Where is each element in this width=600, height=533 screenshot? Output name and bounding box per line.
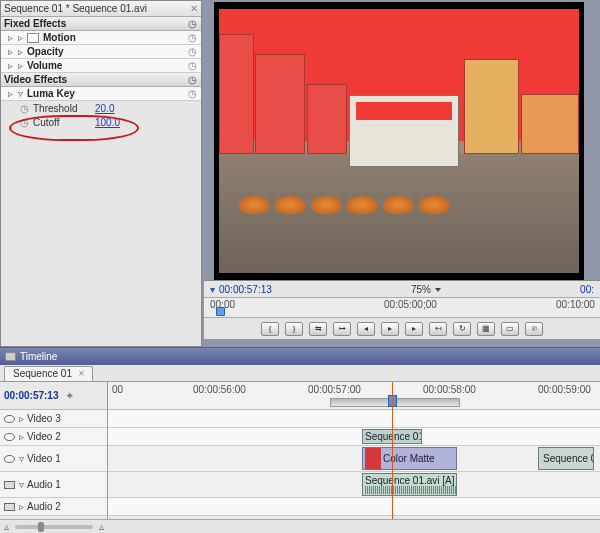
animate-icon[interactable]: ◷ (19, 117, 29, 128)
clip-video1-colormatte[interactable]: Color Matte (362, 447, 457, 470)
param-value[interactable]: 20.0 (95, 103, 114, 114)
track-header-audio1[interactable]: ▿ Audio 1 (0, 472, 107, 498)
toggle-effect-icon[interactable]: ▹ (15, 60, 25, 71)
panel-body: Fixed Effects ◷ ▹ ▹ Motion ◷ ▹ ▹ Opacity… (1, 17, 201, 346)
param-cutoff: ◷ Cutoff 100.0 (1, 115, 201, 129)
effect-controls-panel: Sequence 01 * Sequence 01.avi ✕ Fixed Ef… (0, 0, 202, 347)
timeline-panel: Timeline Sequence 01 × 00:00:57:13 ⌖ ▹ V… (0, 348, 600, 533)
zoom-slider[interactable] (15, 525, 93, 529)
playback-speed[interactable]: 75% (411, 284, 441, 295)
effect-volume[interactable]: ▹ ▹ Volume ◷ (1, 59, 201, 73)
timeline-zoom: ▵ ▵ (0, 520, 108, 533)
step-back-button[interactable]: ◂ (357, 322, 375, 336)
speaker-icon[interactable] (4, 503, 15, 511)
timeline-timecode[interactable]: 00:00:57:13 ⌖ (0, 382, 107, 410)
track-lane-video3[interactable] (108, 410, 600, 428)
output-button[interactable]: ▭ (501, 322, 519, 336)
ruler-tick: 00 (112, 384, 123, 395)
stopwatch-icon[interactable]: ◷ (188, 88, 197, 99)
track-header-audio2[interactable]: ▹ Audio 2 (0, 498, 107, 516)
zoom-out-icon[interactable]: ▵ (4, 521, 9, 532)
track-lane-audio1[interactable]: Sequence 01.avi [A] (108, 472, 600, 498)
timeline-tabs: Sequence 01 × (0, 365, 600, 382)
twirl-icon[interactable]: ▹ (5, 32, 15, 43)
toggle-effect-icon[interactable]: ▹ (15, 46, 25, 57)
track-name: Video 1 (27, 453, 61, 464)
animate-icon[interactable]: ◷ (19, 103, 29, 114)
play-button[interactable]: ▸ (381, 322, 399, 336)
track-lane-video2[interactable]: Sequence 01.avi [V] (108, 428, 600, 446)
current-timecode[interactable]: 00:00:57:13 (219, 284, 272, 295)
video-effects-header: Video Effects ◷ (1, 73, 201, 87)
track-name: Video 3 (27, 413, 61, 424)
safe-margins-button[interactable]: ▦ (477, 322, 495, 336)
effect-opacity[interactable]: ▹ ▹ Opacity ◷ (1, 45, 201, 59)
timeline-tc-value[interactable]: 00:00:57:13 (4, 390, 58, 401)
video-preview[interactable] (219, 9, 579, 273)
twirl-icon[interactable]: ▹ (5, 46, 15, 57)
monitor-time-ruler[interactable]: 00;00 00:05:00;00 00:10:00 (204, 297, 600, 317)
twirl-icon[interactable]: ▹ (19, 431, 24, 442)
clip-audio1-seq[interactable]: Sequence 01.avi [A] (362, 473, 457, 496)
clip-video1-seq[interactable]: Sequence 01.avi (538, 447, 594, 470)
export-frame-button[interactable]: ⎚ (525, 322, 543, 336)
marker-down-icon: ▾ (210, 284, 215, 295)
timeline-body: 00:00:57:13 ⌖ ▹ Video 3 ▹ Video 2 ▿ Vide… (0, 382, 600, 519)
track-lane-video1[interactable]: Color Matte Sequence 01.avi (108, 446, 600, 472)
tab-label: Sequence 01 (13, 368, 72, 379)
toggle-effect-icon[interactable]: ▹ (15, 32, 25, 43)
goto-in-button[interactable]: ↦ (333, 322, 351, 336)
snap-icon[interactable]: ⌖ (58, 390, 82, 402)
stopwatch-icon[interactable]: ◷ (188, 32, 197, 43)
twirl-open-icon[interactable]: ▿ (15, 88, 25, 99)
track-name: Audio 1 (27, 479, 61, 490)
track-name: Video 2 (27, 431, 61, 442)
speaker-icon[interactable] (4, 481, 15, 489)
track-header-video1[interactable]: ▿ Video 1 (0, 446, 107, 472)
timeline-tracks-area[interactable]: 00 00:00:56:00 00:00:57:00 00:00:58:00 0… (108, 382, 600, 519)
monitor-timecode-bar: ▾ 00:00:57:13 75% 00: (204, 280, 600, 297)
timeline-titlebar[interactable]: Timeline (0, 348, 600, 365)
effect-name: Motion (43, 32, 76, 43)
twirl-icon[interactable]: ▹ (19, 413, 24, 424)
eye-icon[interactable] (4, 415, 15, 423)
track-header-video2[interactable]: ▹ Video 2 (0, 428, 107, 446)
jog-button[interactable]: ⇆ (309, 322, 327, 336)
sequence-tab[interactable]: Sequence 01 × (4, 366, 93, 381)
eye-icon[interactable] (4, 455, 15, 463)
reset-icon[interactable]: ◷ (188, 74, 197, 85)
twirl-icon[interactable]: ▹ (5, 88, 15, 99)
effect-motion[interactable]: ▹ ▹ Motion ◷ (1, 31, 201, 45)
track-header-video3[interactable]: ▹ Video 3 (0, 410, 107, 428)
step-fwd-button[interactable]: ▸ (405, 322, 423, 336)
reset-icon[interactable]: ◷ (188, 18, 197, 29)
video-effects-label: Video Effects (4, 74, 67, 85)
timeline-ruler[interactable]: 00 00:00:56:00 00:00:57:00 00:00:58:00 0… (108, 382, 600, 410)
playhead-icon[interactable] (216, 307, 225, 316)
effect-name: Volume (27, 60, 62, 71)
eye-icon[interactable] (4, 433, 15, 441)
stopwatch-icon[interactable]: ◷ (188, 60, 197, 71)
dropdown-icon (435, 288, 441, 292)
tab-close-icon[interactable]: × (78, 368, 84, 379)
duration-timecode[interactable]: 00: (580, 284, 594, 295)
twirl-icon[interactable]: ▹ (19, 501, 24, 512)
set-out-button[interactable]: } (285, 322, 303, 336)
timeline-icon (5, 352, 16, 361)
param-value[interactable]: 100.0 (95, 117, 120, 128)
fixed-effects-header: Fixed Effects ◷ (1, 17, 201, 31)
clip-label: Sequence 01.avi [V] (365, 431, 422, 442)
playhead-line (392, 382, 393, 519)
set-in-button[interactable]: { (261, 322, 279, 336)
stopwatch-icon[interactable]: ◷ (188, 46, 197, 57)
track-lane-audio2[interactable] (108, 498, 600, 516)
panel-close-icon[interactable]: ✕ (190, 3, 198, 14)
ruler-tick: 00:00:56:00 (193, 384, 246, 395)
twirl-open-icon[interactable]: ▿ (19, 453, 24, 464)
goto-out-button[interactable]: ↤ (429, 322, 447, 336)
twirl-open-icon[interactable]: ▿ (19, 479, 24, 490)
loop-button[interactable]: ↻ (453, 322, 471, 336)
zoom-in-icon[interactable]: ▵ (99, 521, 104, 532)
twirl-icon[interactable]: ▹ (5, 60, 15, 71)
effect-luma-key[interactable]: ▹ ▿ Luma Key ◷ (1, 87, 201, 101)
